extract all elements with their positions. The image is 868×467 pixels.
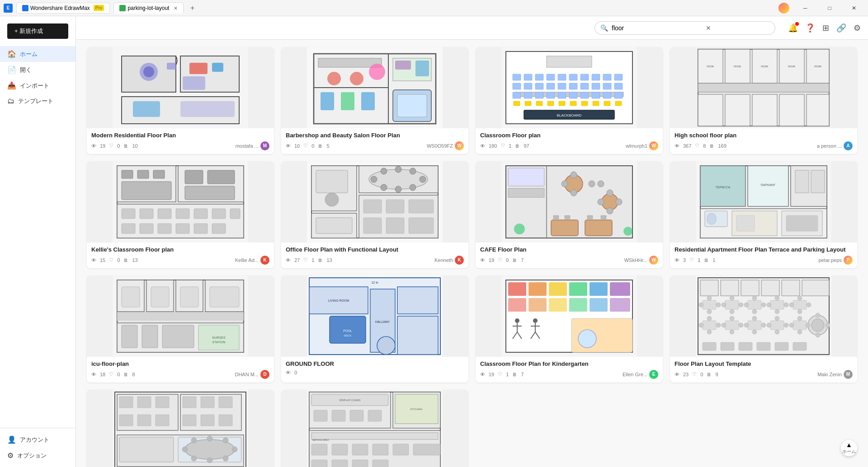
sidebar-item-open[interactable]: 📄 開く <box>0 62 75 78</box>
author-name-11: Maki Zenin <box>817 372 842 377</box>
likes-icon-6: ♡ <box>498 257 502 263</box>
card-title-residential-apt: Residential Apartment Floor Plan Terrace… <box>675 246 853 254</box>
svg-rect-41 <box>603 74 611 80</box>
svg-rect-192 <box>210 287 239 307</box>
card-pool-deck[interactable]: 12 in POOL DECK HALLWAY LIVING ROOM <box>281 276 468 383</box>
app-logo: E <box>4 4 13 13</box>
help-icon[interactable]: ❓ <box>805 23 815 33</box>
card-title-high-school: High school floor plan <box>675 132 853 140</box>
card-icu[interactable]: NURSES STATION icu-floor-plan 👁 <box>87 276 274 383</box>
card-meta-classroom: 👁 180 ♡ 1 🗎 97 wlmurph1 W <box>480 141 658 150</box>
card-title-classroom: Classroom Floor plan <box>480 132 658 140</box>
card-layout-template[interactable]: Floor Plan Layout Template 👁 23 ♡ 0 🗎 9 <box>670 276 857 383</box>
tab-close-icon[interactable]: × <box>174 5 177 12</box>
svg-text:DECK: DECK <box>344 334 352 337</box>
svg-rect-359 <box>352 460 368 467</box>
svg-rect-292 <box>793 321 807 330</box>
search-input[interactable] <box>612 24 702 32</box>
card-high-school[interactable]: ROOM ROOM ROOM ROOM ROOM High school flo… <box>670 47 857 154</box>
svg-point-281 <box>730 330 734 334</box>
close-button[interactable]: ✕ <box>844 0 864 16</box>
minimize-button[interactable]: ─ <box>795 0 816 16</box>
share-icon[interactable]: 🔗 <box>836 23 846 33</box>
tab-edrawmax[interactable]: Wondershare EdrawMax Pro <box>16 3 110 14</box>
sidebar-item-home[interactable]: 🏠 ホーム <box>0 46 75 62</box>
svg-rect-116 <box>194 224 208 234</box>
comments-icon-6: 🗎 <box>512 257 517 263</box>
card-title-modern-residential: Modern Residential Floor Plan <box>91 132 269 140</box>
svg-rect-345 <box>332 410 345 421</box>
card-classroom[interactable]: BLACKBOARD Classroom Floor plan 👁 180 ♡ … <box>476 47 663 154</box>
card-barbershop[interactable]: Barbershop and Beauty Salon Floor Plan 👁… <box>281 47 468 154</box>
svg-point-290 <box>775 316 779 321</box>
svg-point-296 <box>797 330 802 334</box>
svg-rect-243 <box>741 280 759 296</box>
card-residential-apt[interactable]: ТЕРАССА ΠΑΡΚИНГ <box>670 161 857 268</box>
svg-point-232 <box>533 318 538 323</box>
notification-icon[interactable]: 🔔 <box>788 23 798 33</box>
svg-rect-57 <box>558 92 566 98</box>
options-icon: ⚙ <box>7 451 14 460</box>
settings-icon[interactable]: ⚙ <box>854 23 861 33</box>
card-any-office[interactable]: any office floor plan 👁 54 ♡ 1 🗎 16 <box>87 390 274 467</box>
card-office[interactable]: Office Floor Plan with Functional Layout… <box>281 161 468 268</box>
user-avatar[interactable] <box>778 3 789 14</box>
svg-text:ROOM: ROOM <box>734 65 741 68</box>
svg-rect-314 <box>119 397 133 408</box>
svg-rect-51 <box>603 83 611 89</box>
back-to-top-button[interactable]: ▲ ホーム <box>841 440 857 456</box>
card-modern-residential[interactable]: Modern Residential Floor Plan 👁 19 ♡ 0 🗎… <box>87 47 274 154</box>
svg-point-285 <box>752 316 757 321</box>
card-author-0: mostafa ... M <box>236 141 269 150</box>
card-kindergarten[interactable]: Classroom Floor Plan for Kindergarten 👁 … <box>476 276 663 383</box>
svg-rect-115 <box>176 224 189 234</box>
svg-rect-114 <box>158 224 171 234</box>
new-file-button[interactable]: + 新規作成 <box>7 23 68 39</box>
sidebar-item-account[interactable]: 👤 アカウント <box>0 432 75 448</box>
card-thumb-modern-residential <box>87 47 274 128</box>
svg-point-259 <box>761 303 766 307</box>
card-bakery[interactable]: DISPLAY CASES KITCHEN <box>281 390 468 467</box>
svg-rect-63 <box>514 101 520 106</box>
card-author-8: DHAN M... D <box>235 370 269 379</box>
card-thumb-layout-template <box>670 276 857 357</box>
sidebar-item-options[interactable]: ⚙ オプション <box>0 448 75 463</box>
card-author-3: a person ... A <box>817 141 853 150</box>
svg-rect-42 <box>614 74 623 80</box>
svg-point-295 <box>797 316 802 321</box>
svg-rect-306 <box>757 342 770 350</box>
svg-point-261 <box>752 309 757 314</box>
comments-icon-7: 🗎 <box>704 257 709 263</box>
tab-parking[interactable]: parking-lot-layout × <box>113 2 183 14</box>
search-clear-icon[interactable]: ✕ <box>706 24 711 32</box>
sidebar-item-import[interactable]: 📥 インポート <box>0 78 75 93</box>
new-tab-button[interactable]: + <box>187 3 198 14</box>
comments-11: 9 <box>715 372 718 377</box>
svg-rect-104 <box>185 186 235 200</box>
card-cafe[interactable]: CAFE Floor Plan 👁 19 ♡ 0 🗎 7 <box>476 161 663 268</box>
card-title-icu: icu-floor-plan <box>91 360 269 368</box>
views-icon-4: 👁 <box>91 257 96 263</box>
card-stats-4: 👁 15 ♡ 0 🗎 13 <box>91 257 138 263</box>
card-stats-5: 👁 27 ♡ 1 🗎 13 <box>286 257 332 263</box>
likes-0: 0 <box>117 143 120 149</box>
card-thumb-office <box>281 161 468 243</box>
svg-rect-317 <box>119 415 133 426</box>
svg-rect-110 <box>212 209 226 219</box>
svg-text:ROOM: ROOM <box>788 65 795 68</box>
search-box[interactable]: 🔍 ✕ <box>594 21 775 35</box>
sidebar-item-templates[interactable]: 🗂 テンプレート <box>0 93 75 109</box>
svg-point-254 <box>739 303 743 307</box>
svg-rect-101 <box>122 182 171 200</box>
svg-point-291 <box>775 330 779 334</box>
account-icon: 👤 <box>7 435 16 444</box>
sidebar-label-open: 開く <box>20 66 32 74</box>
card-kellies[interactable]: Kellie's Classroom Floor plan 👁 15 ♡ 0 🗎… <box>87 161 274 268</box>
svg-point-260 <box>752 296 757 300</box>
svg-rect-35 <box>535 74 543 80</box>
svg-point-273 <box>699 323 703 327</box>
comments-icon-10: 🗎 <box>512 372 517 377</box>
apps-icon[interactable]: ⊞ <box>822 23 829 33</box>
svg-point-148 <box>589 181 595 187</box>
restore-button[interactable]: □ <box>819 0 840 16</box>
